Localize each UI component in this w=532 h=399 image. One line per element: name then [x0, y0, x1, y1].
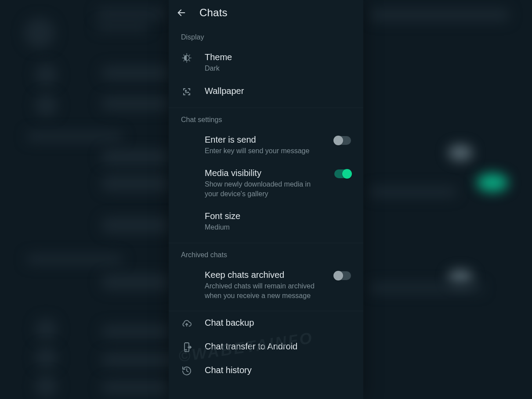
- keep-archived-label: Keep chats archived: [205, 270, 318, 280]
- font-size-value: Medium: [205, 223, 347, 232]
- section-more: Chat backup Chat transfer to Android Cha…: [169, 311, 363, 387]
- section-display: Display Theme Dark Wallpaper: [169, 25, 363, 108]
- keep-archived-toggle[interactable]: [334, 271, 351, 280]
- history-icon: [181, 366, 192, 376]
- media-visibility-toggle[interactable]: [334, 169, 351, 178]
- wallpaper-label: Wallpaper: [205, 86, 347, 97]
- row-keep-archived[interactable]: Keep chats archived Archived chats will …: [169, 263, 363, 306]
- theme-label: Theme: [205, 52, 347, 63]
- row-font-size[interactable]: Font size Medium: [169, 205, 363, 238]
- enter-is-send-sub: Enter key will send your message: [205, 146, 318, 156]
- cloud-upload-icon: [181, 318, 192, 329]
- row-chat-transfer[interactable]: Chat transfer to Android: [169, 335, 363, 359]
- chat-history-label: Chat history: [205, 365, 347, 376]
- row-chat-backup[interactable]: Chat backup: [169, 311, 363, 335]
- keep-archived-sub: Archived chats will remain archived when…: [205, 281, 318, 300]
- back-icon[interactable]: [177, 8, 186, 18]
- page-title: Chats: [199, 7, 228, 19]
- section-header-archived: Archived chats: [169, 243, 363, 263]
- enter-is-send-toggle[interactable]: [334, 136, 351, 145]
- media-visibility-sub: Show newly downloaded media in your devi…: [205, 180, 318, 198]
- chat-backup-label: Chat backup: [205, 317, 347, 328]
- section-header-display: Display: [169, 25, 363, 46]
- wallpaper-icon: [181, 86, 192, 97]
- row-theme[interactable]: Theme Dark: [169, 46, 363, 79]
- appbar: Chats: [169, 0, 363, 25]
- theme-value: Dark: [205, 64, 347, 73]
- chat-transfer-label: Chat transfer to Android: [205, 341, 347, 352]
- row-wallpaper[interactable]: Wallpaper: [169, 79, 363, 103]
- phone-transfer-icon: [181, 342, 192, 352]
- font-size-label: Font size: [205, 211, 347, 222]
- section-chat-settings: Chat settings Enter is send Enter key wi…: [169, 108, 363, 243]
- section-archived: Archived chats Keep chats archived Archi…: [169, 243, 363, 311]
- media-visibility-label: Media visibility: [205, 168, 318, 179]
- settings-panel: Chats Display Theme Dark Wallpaper: [169, 0, 363, 399]
- row-chat-history[interactable]: Chat history: [169, 359, 363, 382]
- section-header-chat-settings: Chat settings: [169, 108, 363, 128]
- svg-point-2: [185, 90, 187, 91]
- row-enter-is-send[interactable]: Enter is send Enter key will send your m…: [169, 128, 363, 162]
- theme-icon: [181, 53, 192, 63]
- enter-is-send-label: Enter is send: [205, 134, 318, 145]
- row-media-visibility[interactable]: Media visibility Show newly downloaded m…: [169, 162, 363, 205]
